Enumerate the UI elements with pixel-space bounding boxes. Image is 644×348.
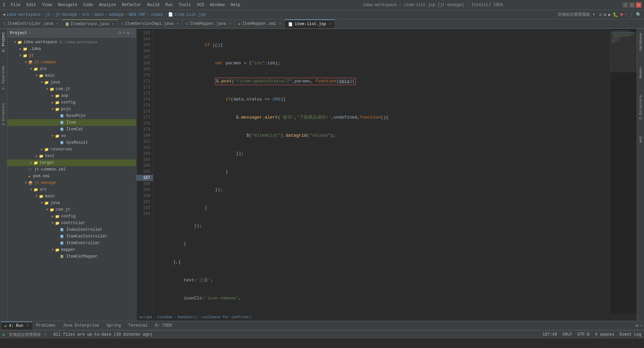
tree-java-2[interactable]: ▼ 📁 java	[7, 200, 136, 206]
tree-src-1[interactable]: ▼ 📁 src	[7, 66, 136, 72]
sync-icon[interactable]: ⟳	[118, 30, 122, 36]
menu-help[interactable]: Help	[228, 2, 243, 8]
collapse-icon[interactable]: ≡	[123, 30, 126, 36]
menu-vcs[interactable]: VCS	[194, 2, 207, 8]
tree-basepojo[interactable]: ▶ C BasePojo	[7, 113, 136, 119]
tree-itemcatmapper[interactable]: ▶ I ItemCatMapper	[7, 253, 136, 260]
bc-toolbar[interactable]: toolbar	[157, 315, 173, 319]
nav-webapp[interactable]: webapp	[109, 12, 124, 17]
bc-handler[interactable]: handler()	[178, 315, 198, 319]
tree-controller[interactable]: ▼ 📁 controller	[7, 220, 136, 226]
menu-build[interactable]: Build	[145, 2, 162, 8]
run-tab-run[interactable]: ▶ 4: Run ×	[1, 322, 32, 330]
run-tab-javaenterprise[interactable]: Java Enterprise	[59, 322, 102, 330]
close-button[interactable]: ✕	[636, 2, 641, 8]
tree-main-2[interactable]: ▼ 📁 main	[7, 193, 136, 200]
nav-stop-icon[interactable]: ■	[620, 12, 623, 17]
tree-vo[interactable]: ▼ 📁 vo	[7, 133, 136, 139]
nav-refresh-icon[interactable]: ↺	[599, 12, 602, 17]
menu-run[interactable]: Run	[163, 2, 175, 8]
run-tab-spring[interactable]: Spring	[103, 322, 124, 330]
tree-idea[interactable]: ▶ 📁 .idea	[7, 46, 136, 52]
tab-itemlist[interactable]: 📄 item-list.jsp ×	[285, 19, 335, 28]
nav-build-icon[interactable]: ⚙	[604, 12, 606, 17]
run-tab-problems[interactable]: Problems	[33, 322, 59, 330]
tab-close-itemserviceimpl[interactable]: ×	[177, 22, 179, 26]
nav-idea-workspace[interactable]: idea-workspace	[6, 12, 40, 17]
tree-comjt-2[interactable]: ▼ 📁 com.jt	[7, 206, 136, 213]
nav-search2-icon[interactable]: 🔍	[636, 12, 641, 17]
panel-tab-favorites[interactable]: 2: Favorites	[1, 62, 6, 93]
bc-callback[interactable]: callback for confirm()	[203, 315, 251, 319]
tab-itemcontroller[interactable]: C ItemController.java ×	[0, 19, 62, 28]
tree-sysresult[interactable]: ▶ C SysResult	[7, 139, 136, 146]
panel-tab-zstructure[interactable]: Z-Structure	[638, 92, 643, 122]
tree-jt-common[interactable]: ▼ 📦 jt-common	[7, 59, 136, 66]
panel-tab-project[interactable]: 1: Project	[1, 29, 6, 56]
tab-itemservice[interactable]: I ItemService.java ×	[62, 19, 118, 28]
minimize-button[interactable]: —	[623, 2, 628, 8]
tree-java-1[interactable]: ▼ 📁 java	[7, 79, 136, 86]
tree-jt[interactable]: ▼ 📁 jt	[7, 52, 136, 59]
panel-tab-maven[interactable]: Maven	[638, 65, 643, 81]
tree-comjt-1[interactable]: ▼ 📁 com.jt	[7, 86, 136, 92]
nav-jt[interactable]: jt	[45, 12, 50, 17]
tree-jt-manage[interactable]: ▼ 📦 jt-manage	[7, 180, 136, 186]
tree-pomxml-1[interactable]: ▶ ✦ pom.xml	[7, 173, 136, 180]
tree-src-2[interactable]: ▼ 📁 src	[7, 186, 136, 193]
tab-close-itemcontroller[interactable]: ×	[56, 22, 58, 26]
settings-icon[interactable]: ⚙	[127, 30, 129, 36]
code-editor[interactable]: if (r){ var params = {"ids":ids}; $.post…	[160, 29, 610, 314]
tree-target[interactable]: ▶ 📁 target	[7, 159, 136, 166]
hide-icon[interactable]: —	[131, 30, 133, 36]
menu-view[interactable]: View	[40, 2, 55, 8]
panel-tab-structure[interactable]: Z-Structure	[1, 100, 6, 129]
nav-webinf[interactable]: WEB-INF	[129, 12, 146, 17]
panel-tab-ant[interactable]: Ant	[638, 133, 643, 145]
tree-config-1[interactable]: ▶ 📁 config	[7, 99, 136, 106]
nav-git-icon[interactable]: ↑	[625, 12, 628, 17]
tab-close-itemmapperxml[interactable]: ×	[279, 22, 281, 26]
tab-close-itemservice[interactable]: ×	[112, 22, 114, 26]
nav-search-btn[interactable]: 京淘后台管理系统 ▾	[556, 11, 597, 18]
tree-jtcommon-iml[interactable]: ▶ ⬡ jt-common.iml	[7, 166, 136, 173]
menu-tools[interactable]: Tools	[176, 2, 194, 8]
status-eventlog[interactable]: Event Log	[620, 332, 641, 337]
tab-itemserviceimpl[interactable]: C ItemServiceImpl.java ×	[118, 19, 182, 28]
tab-itemmapper[interactable]: C ItemMapper.java ×	[182, 19, 235, 28]
menu-code[interactable]: Code	[80, 2, 96, 8]
nav-main[interactable]: main	[95, 12, 104, 17]
maximize-button[interactable]: □	[629, 2, 635, 8]
run-tab-todo[interactable]: 6: TODO	[152, 322, 175, 330]
run-hide-icon[interactable]: —	[640, 323, 643, 328]
nav-back-icon[interactable]: ◀	[3, 12, 5, 17]
nav-debug-icon[interactable]: 🐛	[613, 12, 618, 17]
nav-jt-manage[interactable]: jt-manage	[55, 12, 77, 17]
tree-root[interactable]: ▼ 📁 idea-workspace E:\idea-workspace	[7, 39, 136, 46]
project-dropdown-icon[interactable]: ▾	[29, 31, 31, 35]
tree-aop[interactable]: ▶ 📁 aop	[7, 92, 136, 99]
tree-mapper[interactable]: ▼ 📁 mapper	[7, 247, 136, 253]
run-close-icon[interactable]: ×	[26, 324, 29, 328]
tab-close-itemlist[interactable]: ×	[329, 22, 331, 26]
menu-file[interactable]: File	[8, 2, 23, 8]
nav-run-icon[interactable]: ▶	[608, 12, 611, 17]
tab-itemmapperxml[interactable]: ✦ ItemMapper.xml ×	[235, 19, 285, 28]
menu-window[interactable]: Window	[208, 2, 227, 8]
tree-item-class[interactable]: ▶ C Item	[7, 119, 136, 126]
bc-script[interactable]: script	[139, 315, 153, 319]
tree-resources[interactable]: ▶ 📁 resources	[7, 146, 136, 153]
nav-more-icon[interactable]: ⋮	[630, 12, 634, 17]
tree-indexcontroller[interactable]: ▶ C IndexController	[7, 226, 136, 233]
run-system-close[interactable]: ×	[44, 332, 47, 337]
menu-navigate[interactable]: Navigate	[55, 2, 80, 8]
menu-edit[interactable]: Edit	[24, 2, 39, 8]
tree-test[interactable]: ▶ 📁 test	[7, 153, 136, 159]
tree-pojo[interactable]: ▼ 📁 pojo	[7, 106, 136, 113]
tree-itemcatcontroller[interactable]: ▶ C ItemCatController	[7, 233, 136, 240]
menu-analyze[interactable]: Analyze	[96, 2, 118, 8]
tab-close-itemmapper[interactable]: ×	[229, 22, 231, 26]
run-tab-terminal[interactable]: Terminal	[125, 322, 151, 330]
nav-src[interactable]: src	[82, 12, 90, 17]
nav-file[interactable]: item-list.jsp	[174, 12, 206, 17]
